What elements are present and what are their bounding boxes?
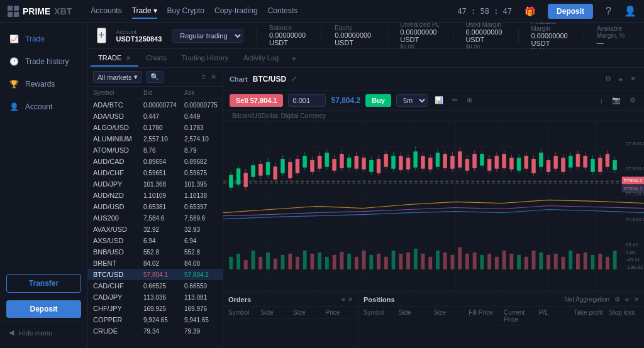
symbol-row[interactable]: AUD/JPY 101.368 101.395 +0.58%: [88, 178, 223, 190]
orders-panel: Orders ≡ ✕ Symbol Side Size Price: [223, 292, 358, 348]
symbol-row[interactable]: ALGO/USD 0.1780 0.1783 -1.39%: [88, 122, 223, 133]
add-account-button[interactable]: +: [97, 28, 106, 43]
symbol-search-button[interactable]: 🔍: [146, 71, 164, 83]
market-filter-dropdown[interactable]: All markets ▾: [93, 71, 142, 83]
profile-button[interactable]: 👤: [624, 5, 636, 17]
positions-settings-icon[interactable]: ⚙: [614, 296, 620, 303]
indicators-button[interactable]: 📊: [433, 94, 445, 106]
symbol-rows: ADA/BTC 0.00000774 0.00000775 +0.39% ADA…: [88, 99, 223, 348]
gift-button[interactable]: 🎁: [525, 6, 535, 16]
drawing-tools-button[interactable]: ✏: [450, 94, 460, 106]
chart-area: Chart BTC/USD ⤢ ⚙ ≡ ✕ Sell 57,804.1: [223, 68, 644, 348]
symbol-row[interactable]: ADA/BTC 0.00000774 0.00000775 +0.39%: [88, 99, 223, 111]
svg-rect-164: [539, 253, 543, 269]
screenshot-button[interactable]: 📷: [610, 94, 623, 106]
nav-buy-crypto[interactable]: Buy Crypto: [167, 4, 204, 19]
sidebar-item-rewards[interactable]: 🏆 Rewards: [0, 73, 87, 95]
account-icon: 👤: [9, 102, 19, 112]
symbol-bid: 0.65381: [143, 204, 184, 210]
deposit-button[interactable]: Deposit: [548, 4, 593, 19]
nav-trade[interactable]: Trade ▾: [132, 4, 157, 19]
sidebar: 📈 Trade 🕐 Trade history 🏆 Rewards 👤 Acco…: [0, 23, 88, 348]
quantity-input[interactable]: [288, 94, 326, 107]
sell-button[interactable]: Sell 57,804.1: [230, 94, 283, 107]
list-controls: ≡ ✕: [201, 72, 218, 82]
balance-label: Balance: [269, 24, 309, 31]
chart-pair: BTC/USD: [253, 75, 286, 84]
sidebar-item-trade[interactable]: 📈 Trade: [0, 28, 87, 50]
orders-menu-icon[interactable]: ≡: [341, 296, 345, 303]
nav-contests[interactable]: Contests: [268, 4, 297, 19]
chart-indicators-button[interactable]: ⚙: [603, 73, 613, 85]
svg-rect-165: [547, 255, 550, 269]
positions-menu-icon[interactable]: ≡: [625, 296, 629, 303]
settings-button[interactable]: ⚙: [628, 94, 638, 106]
symbol-name: COPPER: [93, 316, 143, 324]
transfer-button[interactable]: Transfer: [6, 274, 81, 293]
sidebar-item-account[interactable]: 👤 Account: [0, 95, 87, 118]
symbol-row[interactable]: COPPER 9,924.65 9,941.65 +0.51%: [88, 314, 223, 325]
symbol-ask: 0.89682: [184, 158, 223, 165]
chart-close-button[interactable]: ✕: [628, 73, 638, 85]
sidebar-item-trade-history[interactable]: 🕐 Trade history: [0, 50, 87, 73]
list-menu-icon[interactable]: ≡: [201, 72, 207, 82]
symbol-name: CAD/JPY: [93, 293, 143, 301]
svg-rect-133: [310, 254, 314, 269]
tab-trade[interactable]: TRADE ✕: [91, 50, 138, 67]
symbol-row[interactable]: ALUMINIUM 2,557.10 2,574.10 -0.03%: [88, 133, 223, 144]
orders-close-icon[interactable]: ✕: [348, 296, 353, 303]
symbol-row[interactable]: AUD/CHF 0.59651 0.59675 -0.12%: [88, 167, 223, 178]
symbol-row[interactable]: BTC/USD 57,804.1 57,804.2 -0.86%: [88, 269, 223, 280]
svg-rect-163: [532, 251, 536, 269]
symbol-row[interactable]: AUD/CAD 0.89654 0.89682 +0.06%: [88, 156, 223, 167]
symbol-row[interactable]: CAD/CHF 0.66525 0.66550 -0.15%: [88, 280, 223, 291]
deposit-sidebar-button[interactable]: Deposit: [6, 300, 81, 318]
svg-rect-155: [473, 253, 477, 269]
tab-charts[interactable]: Charts: [138, 50, 174, 67]
svg-rect-138: [347, 254, 351, 269]
svg-rect-141: [369, 255, 373, 269]
positions-table-header: Symbol Side Size Fill Price Current Pric…: [358, 307, 644, 325]
positions-col-pl: P/L: [539, 309, 569, 323]
positions-col-fill-price: Fill Price: [469, 309, 499, 323]
svg-rect-162: [525, 257, 528, 269]
symbol-row[interactable]: AUD/NZD 1.10109 1.10138 +0.16%: [88, 190, 223, 201]
crosshair-button[interactable]: ⊕: [465, 94, 474, 106]
chart-svg: 57804.2 57804.1 57,900.0 57,800.0 57,700…: [223, 121, 644, 291]
account-type-select[interactable]: Regular trading: [172, 29, 243, 43]
orders-col-symbol: Symbol: [228, 309, 256, 316]
symbol-row[interactable]: AUD/USD 0.65381 0.65397 +0.25%: [88, 201, 223, 212]
symbol-ask: 0.1783: [184, 124, 223, 131]
buy-button[interactable]: Buy: [365, 94, 391, 107]
chart-expand-icon[interactable]: ⤢: [291, 75, 297, 83]
symbol-name: CHF/JPY: [93, 305, 143, 312]
chart-menu-button[interactable]: ≡: [617, 73, 625, 85]
symbol-row[interactable]: CRUDE 79.34 79.39 +0.88%: [88, 325, 223, 337]
nav-accounts[interactable]: Accounts: [91, 4, 121, 19]
symbol-row[interactable]: CHF/JPY 169.925 169.976 +0.72%: [88, 303, 223, 314]
help-button[interactable]: ?: [606, 6, 611, 17]
symbol-row[interactable]: CAD/JPY 113.036 113.081 +0.54%: [88, 291, 223, 303]
nav-copy-trading[interactable]: Copy-trading: [214, 4, 258, 19]
positions-close-icon[interactable]: ✕: [634, 296, 639, 303]
tab-add-button[interactable]: +: [286, 50, 301, 67]
symbol-row[interactable]: ADA/USD 0.447 0.449 -0.67%: [88, 111, 223, 122]
symbol-row[interactable]: AVAX/USD 32.92 32.93 -1.17%: [88, 224, 223, 235]
symbol-bid: 84.02: [143, 260, 184, 267]
symbol-row[interactable]: AUS200 7,584.6 7,589.6 +0.41%: [88, 212, 223, 224]
hide-menu-button[interactable]: ◀ Hide menu: [0, 322, 87, 343]
symbol-row[interactable]: AXS/USD 6.94 6.94 -0.72%: [88, 235, 223, 246]
timeframe-select[interactable]: 5m: [396, 94, 428, 107]
grid-icon: [8, 6, 19, 17]
available-margin-label: Available Margin: [531, 23, 571, 32]
tab-trade-close[interactable]: ✕: [126, 55, 131, 62]
tab-trading-history[interactable]: Trading History: [174, 50, 236, 67]
logo: PRIME XBT: [8, 6, 72, 17]
symbol-name: AUD/CHF: [93, 169, 143, 177]
tab-activity-log[interactable]: Activity Log: [236, 50, 286, 67]
price-scale-button[interactable]: ↕: [598, 95, 606, 106]
list-close-icon[interactable]: ✕: [209, 72, 218, 82]
symbol-row[interactable]: ATOM/USD 8.76 8.79 +0.34%: [88, 144, 223, 156]
symbol-row[interactable]: BNB/USD 552.8 552.8 -1.55%: [88, 246, 223, 258]
symbol-row[interactable]: BRENT 84.02 84.08 +0.88%: [88, 258, 223, 269]
